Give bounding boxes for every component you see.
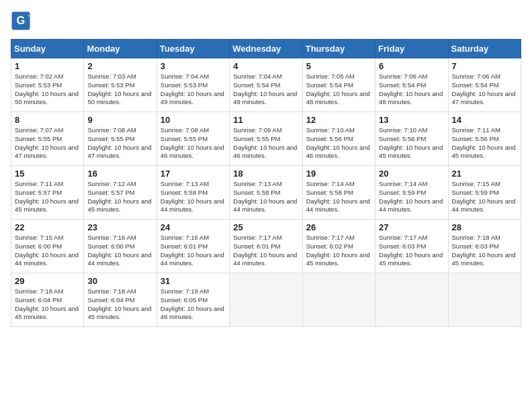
day-info: Sunrise: 7:05 AM Sunset: 5:54 PM Dayligh… <box>306 73 371 107</box>
day-info: Sunrise: 7:18 AM Sunset: 6:03 PM Dayligh… <box>452 234 517 268</box>
day-number: 12 <box>306 115 371 125</box>
day-number: 15 <box>15 169 80 179</box>
day-number: 19 <box>306 169 371 179</box>
calendar-week-row: 1 Sunrise: 7:02 AM Sunset: 5:53 PM Dayli… <box>11 58 521 112</box>
day-info: Sunrise: 7:08 AM Sunset: 5:55 PM Dayligh… <box>87 126 152 161</box>
table-row: 31 Sunrise: 7:19 AM Sunset: 6:05 PM Dayl… <box>157 273 229 327</box>
day-info: Sunrise: 7:04 AM Sunset: 5:53 PM Dayligh… <box>161 73 226 107</box>
day-info: Sunrise: 7:10 AM Sunset: 5:56 PM Dayligh… <box>379 126 444 161</box>
table-row: 20 Sunrise: 7:14 AM Sunset: 5:59 PM Dayl… <box>375 166 448 220</box>
col-thursday: Thursday <box>302 40 375 58</box>
day-info: Sunrise: 7:11 AM Sunset: 5:57 PM Dayligh… <box>15 180 80 214</box>
day-number: 13 <box>379 115 444 125</box>
day-number: 26 <box>306 222 371 232</box>
table-row <box>375 273 448 327</box>
table-row: 10 Sunrise: 7:08 AM Sunset: 5:55 PM Dayl… <box>157 112 229 166</box>
calendar-week-row: 29 Sunrise: 7:18 AM Sunset: 6:04 PM Dayl… <box>11 273 521 327</box>
table-row: 9 Sunrise: 7:08 AM Sunset: 5:55 PM Dayli… <box>84 112 157 166</box>
day-info: Sunrise: 7:17 AM Sunset: 6:01 PM Dayligh… <box>233 234 298 268</box>
col-sunday: Sunday <box>11 40 84 58</box>
table-row: 4 Sunrise: 7:04 AM Sunset: 5:54 PM Dayli… <box>230 58 302 112</box>
table-row: 15 Sunrise: 7:11 AM Sunset: 5:57 PM Dayl… <box>11 166 84 220</box>
calendar-week-row: 8 Sunrise: 7:07 AM Sunset: 5:55 PM Dayli… <box>11 112 521 166</box>
table-row <box>302 273 375 327</box>
table-row: 23 Sunrise: 7:16 AM Sunset: 6:00 PM Dayl… <box>84 220 157 273</box>
day-info: Sunrise: 7:16 AM Sunset: 6:01 PM Dayligh… <box>161 234 226 268</box>
day-info: Sunrise: 7:02 AM Sunset: 5:53 PM Dayligh… <box>15 73 80 107</box>
day-number: 23 <box>87 222 152 232</box>
day-number: 9 <box>87 115 152 125</box>
day-number: 5 <box>306 61 371 71</box>
day-number: 18 <box>233 169 298 179</box>
day-info: Sunrise: 7:11 AM Sunset: 5:56 PM Dayligh… <box>452 126 517 161</box>
day-info: Sunrise: 7:12 AM Sunset: 5:57 PM Dayligh… <box>87 180 152 214</box>
table-row: 18 Sunrise: 7:13 AM Sunset: 5:58 PM Dayl… <box>230 166 302 220</box>
table-row: 29 Sunrise: 7:18 AM Sunset: 6:04 PM Dayl… <box>11 273 84 327</box>
day-info: Sunrise: 7:08 AM Sunset: 5:55 PM Dayligh… <box>161 126 226 161</box>
table-row: 24 Sunrise: 7:16 AM Sunset: 6:01 PM Dayl… <box>157 220 229 273</box>
day-number: 31 <box>161 276 226 286</box>
day-number: 25 <box>233 222 298 232</box>
table-row: 21 Sunrise: 7:15 AM Sunset: 5:59 PM Dayl… <box>448 166 521 220</box>
day-number: 24 <box>161 222 226 232</box>
table-row: 28 Sunrise: 7:18 AM Sunset: 6:03 PM Dayl… <box>448 220 521 273</box>
table-row: 3 Sunrise: 7:04 AM Sunset: 5:53 PM Dayli… <box>157 58 229 112</box>
day-number: 1 <box>15 61 80 71</box>
day-number: 3 <box>161 61 226 71</box>
day-number: 6 <box>379 61 444 71</box>
day-number: 7 <box>452 61 517 71</box>
table-row: 7 Sunrise: 7:06 AM Sunset: 5:54 PM Dayli… <box>448 58 521 112</box>
table-row: 11 Sunrise: 7:09 AM Sunset: 5:55 PM Dayl… <box>230 112 302 166</box>
day-info: Sunrise: 7:06 AM Sunset: 5:54 PM Dayligh… <box>452 73 517 107</box>
day-info: Sunrise: 7:13 AM Sunset: 5:58 PM Dayligh… <box>233 180 298 214</box>
day-info: Sunrise: 7:14 AM Sunset: 5:58 PM Dayligh… <box>306 180 371 214</box>
day-info: Sunrise: 7:18 AM Sunset: 6:04 PM Dayligh… <box>87 287 152 322</box>
table-row <box>448 273 521 327</box>
table-row: 5 Sunrise: 7:05 AM Sunset: 5:54 PM Dayli… <box>302 58 375 112</box>
logo-icon: G <box>11 11 31 31</box>
col-wednesday: Wednesday <box>230 40 302 58</box>
day-info: Sunrise: 7:03 AM Sunset: 5:53 PM Dayligh… <box>87 73 152 107</box>
day-number: 8 <box>15 115 80 125</box>
page-header: G <box>11 11 521 31</box>
calendar-week-row: 22 Sunrise: 7:15 AM Sunset: 6:00 PM Dayl… <box>11 220 521 273</box>
col-friday: Friday <box>375 40 448 58</box>
day-number: 16 <box>87 169 152 179</box>
day-number: 22 <box>15 222 80 232</box>
day-number: 14 <box>452 115 517 125</box>
table-row: 26 Sunrise: 7:17 AM Sunset: 6:02 PM Dayl… <box>302 220 375 273</box>
table-row: 12 Sunrise: 7:10 AM Sunset: 5:56 PM Dayl… <box>302 112 375 166</box>
table-row: 6 Sunrise: 7:06 AM Sunset: 5:54 PM Dayli… <box>375 58 448 112</box>
day-number: 11 <box>233 115 298 125</box>
col-tuesday: Tuesday <box>157 40 229 58</box>
table-row: 14 Sunrise: 7:11 AM Sunset: 5:56 PM Dayl… <box>448 112 521 166</box>
table-row: 8 Sunrise: 7:07 AM Sunset: 5:55 PM Dayli… <box>11 112 84 166</box>
day-number: 4 <box>233 61 298 71</box>
day-number: 20 <box>379 169 444 179</box>
table-row: 19 Sunrise: 7:14 AM Sunset: 5:58 PM Dayl… <box>302 166 375 220</box>
day-info: Sunrise: 7:07 AM Sunset: 5:55 PM Dayligh… <box>15 126 80 161</box>
col-monday: Monday <box>84 40 157 58</box>
day-number: 30 <box>87 276 152 286</box>
table-row: 30 Sunrise: 7:18 AM Sunset: 6:04 PM Dayl… <box>84 273 157 327</box>
day-info: Sunrise: 7:10 AM Sunset: 5:56 PM Dayligh… <box>306 126 371 161</box>
table-row: 25 Sunrise: 7:17 AM Sunset: 6:01 PM Dayl… <box>230 220 302 273</box>
day-number: 29 <box>15 276 80 286</box>
col-saturday: Saturday <box>448 40 521 58</box>
day-info: Sunrise: 7:17 AM Sunset: 6:03 PM Dayligh… <box>379 234 444 268</box>
table-row <box>230 273 302 327</box>
day-info: Sunrise: 7:04 AM Sunset: 5:54 PM Dayligh… <box>233 73 298 107</box>
table-row: 22 Sunrise: 7:15 AM Sunset: 6:00 PM Dayl… <box>11 220 84 273</box>
day-info: Sunrise: 7:15 AM Sunset: 5:59 PM Dayligh… <box>452 180 517 214</box>
day-info: Sunrise: 7:17 AM Sunset: 6:02 PM Dayligh… <box>306 234 371 268</box>
calendar-body: 1 Sunrise: 7:02 AM Sunset: 5:53 PM Dayli… <box>11 58 521 327</box>
calendar-header-row: Sunday Monday Tuesday Wednesday Thursday… <box>11 40 521 58</box>
day-info: Sunrise: 7:09 AM Sunset: 5:55 PM Dayligh… <box>233 126 298 161</box>
calendar-table: Sunday Monday Tuesday Wednesday Thursday… <box>11 39 521 327</box>
table-row: 13 Sunrise: 7:10 AM Sunset: 5:56 PM Dayl… <box>375 112 448 166</box>
day-info: Sunrise: 7:13 AM Sunset: 5:58 PM Dayligh… <box>161 180 226 214</box>
table-row: 27 Sunrise: 7:17 AM Sunset: 6:03 PM Dayl… <box>375 220 448 273</box>
day-number: 27 <box>379 222 444 232</box>
day-number: 2 <box>87 61 152 71</box>
table-row: 2 Sunrise: 7:03 AM Sunset: 5:53 PM Dayli… <box>84 58 157 112</box>
